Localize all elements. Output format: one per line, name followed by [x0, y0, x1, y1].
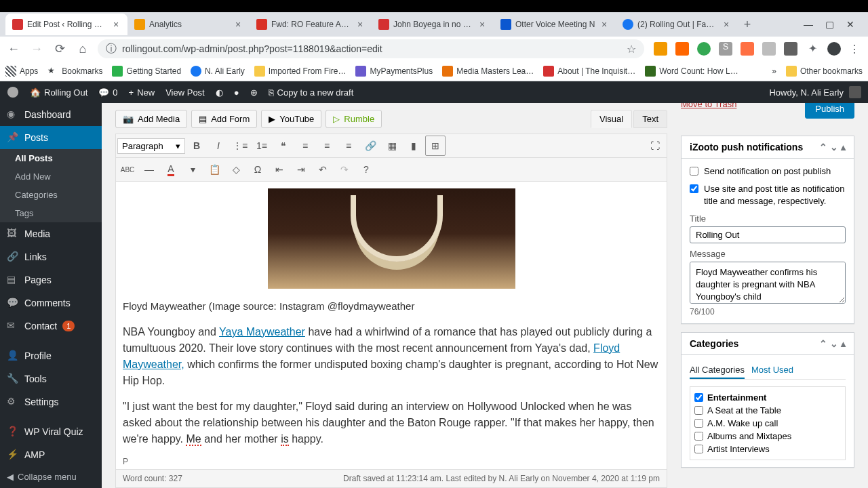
menu-contact[interactable]: ✉Contact1	[0, 314, 102, 338]
rumble-button[interactable]: ▷Rumble	[326, 110, 382, 128]
submenu-categories[interactable]: Categories	[8, 186, 102, 204]
visual-tab[interactable]: Visual	[591, 110, 632, 128]
howdy-user[interactable]: Howdy, N. Ali Early	[769, 87, 844, 98]
admin-bar-icon[interactable]: ⊕	[250, 87, 258, 98]
site-name[interactable]: 🏠Rolling Out	[30, 87, 87, 98]
collapse-menu[interactable]: ◀Collapse menu	[0, 466, 102, 487]
caret-up-icon[interactable]: ▴	[841, 338, 846, 349]
admin-bar-icon[interactable]: ●	[234, 87, 239, 98]
browser-tab[interactable]: Analytics ×	[127, 14, 250, 35]
help-button[interactable]: ?	[356, 159, 376, 180]
blockquote-button[interactable]: ❝	[273, 136, 294, 156]
menu-amp[interactable]: ⚡AMP	[0, 443, 102, 466]
chevron-down-icon[interactable]: ⌄	[830, 338, 838, 349]
page-break-button[interactable]: ▮	[403, 136, 424, 156]
browser-tab[interactable]: Fwd: RO Feature Artic ×	[250, 14, 372, 35]
copy-to-draft[interactable]: ⎘Copy to a new draft	[269, 87, 354, 98]
avatar[interactable]	[827, 42, 841, 56]
bookmark-item[interactable]: Word Count: How L…	[645, 66, 738, 77]
comments-link[interactable]: 💬0	[98, 87, 117, 98]
close-icon[interactable]: ×	[355, 20, 365, 29]
extension-icon[interactable]	[784, 42, 797, 56]
browser-tab[interactable]: John Boyega in no rush ×	[372, 14, 494, 35]
bullet-list-button[interactable]: ⋮≡	[230, 136, 250, 156]
menu-profile[interactable]: 👤Profile	[0, 344, 102, 367]
format-select[interactable]: Paragraph▾	[117, 138, 185, 154]
add-media-button[interactable]: 📷Add Media	[115, 110, 187, 128]
category-item[interactable]: Artist Interviews	[694, 443, 841, 455]
align-left-button[interactable]: ≡	[295, 136, 315, 156]
submenu-all-posts[interactable]: All Posts	[8, 149, 102, 167]
tab-all-categories[interactable]: All Categories	[690, 362, 745, 379]
site-info-icon[interactable]: ⓘ	[106, 42, 117, 56]
bookmark-item[interactable]: Media Masters Lea…	[442, 66, 534, 77]
bookmark-item[interactable]: About | The Inquisit…	[543, 66, 635, 77]
text-color-button[interactable]: A	[161, 159, 181, 180]
notification-title-input[interactable]	[690, 226, 846, 243]
menu-comments[interactable]: 💬Comments	[0, 291, 102, 314]
text-tab[interactable]: Text	[633, 110, 667, 128]
menu-media[interactable]: 🖾Media	[0, 222, 102, 245]
chevron-down-icon[interactable]: ⌄	[830, 142, 838, 152]
category-item[interactable]: Albums and Mixtapes	[694, 430, 841, 443]
bold-button[interactable]: B	[186, 136, 207, 156]
view-post[interactable]: View Post	[165, 87, 205, 98]
menu-posts[interactable]: 📌Posts	[0, 126, 102, 149]
paste-text-button[interactable]: 📋	[204, 159, 224, 180]
bookmark-item[interactable]: MyPaymentsPlus	[355, 66, 433, 77]
new-content[interactable]: +New	[129, 87, 155, 98]
submenu-tags[interactable]: Tags	[8, 204, 102, 222]
wp-logo-icon[interactable]	[7, 86, 19, 98]
close-icon[interactable]: ×	[111, 20, 121, 29]
publish-button[interactable]: Publish	[805, 103, 854, 119]
menu-dashboard[interactable]: ◉Dashboard	[0, 103, 102, 126]
use-title-checkbox[interactable]: Use site and post title as notification …	[690, 183, 846, 207]
align-right-button[interactable]: ≡	[338, 136, 359, 156]
text-color-dropdown[interactable]: ▾	[182, 159, 203, 180]
extension-icon[interactable]: S	[719, 42, 732, 56]
fullscreen-button[interactable]: ⛶	[645, 136, 665, 156]
bookmark-item[interactable]: Imported From Fire…	[254, 66, 347, 77]
browser-tab[interactable]: Otter Voice Meeting N ×	[494, 14, 616, 35]
add-form-button[interactable]: ▤Add Form	[191, 110, 257, 128]
back-icon[interactable]: ←	[5, 41, 22, 57]
extension-icon[interactable]	[697, 42, 711, 56]
outdent-button[interactable]: ⇤	[269, 159, 290, 180]
editor-content[interactable]: Floyd Mayweather (Image source: Instagra…	[116, 182, 667, 454]
menu-viral-quiz[interactable]: ❓WP Viral Quiz	[0, 420, 102, 443]
apps-button[interactable]: Apps	[5, 66, 38, 77]
extension-icon[interactable]	[762, 42, 776, 56]
extension-icon[interactable]	[654, 42, 667, 56]
browser-tab[interactable]: Edit Post ‹ Rolling Out ×	[5, 14, 127, 35]
category-item[interactable]: A.M. Wake up call	[694, 417, 841, 430]
admin-bar-icon[interactable]: ◐	[216, 87, 223, 98]
notification-message-input[interactable]	[690, 262, 846, 304]
caret-up-icon[interactable]: ▴	[841, 142, 846, 152]
menu-settings[interactable]: ⚙Settings	[0, 390, 102, 413]
redo-button[interactable]: ↷	[334, 159, 355, 180]
close-icon[interactable]: ×	[722, 20, 731, 29]
chevron-up-icon[interactable]: ⌃	[819, 338, 827, 349]
indent-button[interactable]: ⇥	[291, 159, 311, 180]
special-char-button[interactable]: Ω	[248, 159, 268, 180]
extension-icon[interactable]	[741, 42, 754, 56]
chevron-up-icon[interactable]: ⌃	[819, 142, 827, 152]
hr-button[interactable]: —	[139, 159, 159, 180]
avatar[interactable]	[849, 86, 861, 98]
undo-button[interactable]: ↶	[313, 159, 333, 180]
menu-links[interactable]: 🔗Links	[0, 245, 102, 268]
send-notification-checkbox[interactable]: Send notification on post publish	[690, 165, 846, 178]
number-list-button[interactable]: 1≡	[252, 136, 272, 156]
reload-icon[interactable]: ⟳	[52, 41, 68, 57]
tab-most-used[interactable]: Most Used	[751, 362, 793, 379]
new-tab-button[interactable]: +	[738, 15, 757, 34]
bookmark-item[interactable]: N. Ali Early	[191, 66, 245, 77]
other-bookmarks[interactable]: Other bookmarks	[786, 66, 863, 77]
more-button[interactable]: ▦	[382, 136, 402, 156]
submenu-add-new[interactable]: Add New	[8, 167, 102, 186]
align-center-button[interactable]: ≡	[317, 136, 337, 156]
url-field[interactable]: ⓘ rollingout.com/wp-admin/post.php?post=…	[98, 39, 644, 58]
link-button[interactable]: 🔗	[360, 136, 380, 156]
browser-tab[interactable]: (2) Rolling Out | Faceb ×	[616, 14, 738, 35]
minimize-icon[interactable]: —	[804, 19, 813, 30]
